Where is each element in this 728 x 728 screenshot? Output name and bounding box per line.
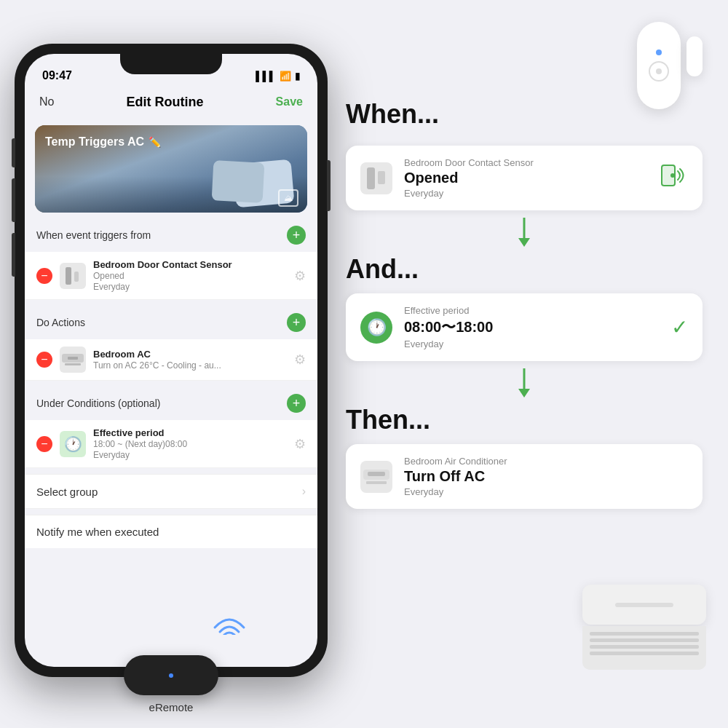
- action-detail: Turn on AC 26°C - Cooling - au...: [93, 360, 287, 371]
- then-heading: Then...: [346, 405, 703, 435]
- ac-vent-2: [590, 638, 699, 642]
- select-group-label: Select group: [36, 486, 98, 498]
- remove-condition-button[interactable]: −: [36, 436, 52, 452]
- svg-rect-1: [74, 272, 79, 282]
- condition-device-name: Effective period: [93, 427, 287, 438]
- when-heading: When...: [346, 99, 439, 130]
- svg-rect-6: [378, 171, 385, 184]
- condition-time: 18:00 ~ (Next day)08:00: [93, 439, 287, 449]
- add-trigger-button[interactable]: +: [287, 226, 306, 245]
- ac-main-body: [582, 585, 706, 625]
- ac-device-image: [582, 585, 706, 670]
- trigger-item-row[interactable]: − Bedroom Door Contact Sensor Opened Eve…: [25, 252, 317, 300]
- phone-power-button: [327, 160, 331, 211]
- add-condition-button[interactable]: +: [287, 394, 306, 413]
- sensor-led: [656, 50, 662, 55]
- divider-3: [25, 468, 317, 474]
- when-card-action: Opened: [404, 170, 649, 186]
- then-card-schedule: Everyday: [404, 486, 688, 497]
- and-card-action: 08:00〜18:00: [404, 317, 660, 337]
- notify-row: Notify me when executed: [25, 515, 317, 548]
- hero-title: Temp Triggers AC ✏️: [45, 135, 161, 149]
- when-card-device: Bedroom Door Contact Sensor: [404, 157, 649, 168]
- then-card-info: Bedroom Air Conditioner Turn Off AC Ever…: [404, 456, 688, 497]
- eremote-device: eRemote: [124, 655, 218, 713]
- and-heading: And...: [346, 254, 703, 285]
- svg-rect-16: [366, 481, 387, 484]
- condition-schedule: Everyday: [93, 450, 287, 460]
- and-card-info: Effective period 08:00〜18:00 Everyday: [404, 305, 660, 349]
- svg-rect-5: [367, 167, 375, 189]
- remove-trigger-button[interactable]: −: [36, 268, 52, 284]
- status-icons: ▌▌▌ 📶 ▮: [256, 71, 300, 82]
- conditions-header: Under Conditions (optional) +: [25, 387, 317, 420]
- door-sensor-device: [630, 22, 703, 131]
- when-section: When...: [346, 99, 439, 138]
- door-sensor-card-icon: [660, 164, 688, 192]
- ac-vents: [582, 626, 706, 661]
- trigger-device-name: Bedroom Door Contact Sensor: [93, 259, 287, 270]
- phone-mockup: 09:47 ▌▌▌ 📶 ▮ No Edit Routine Save: [15, 44, 328, 677]
- ac-display-line: [615, 603, 673, 607]
- then-card-action: Turn Off AC: [404, 468, 688, 485]
- phone-volume-down-button: [12, 233, 15, 277]
- door-sensor-icon: [60, 263, 86, 289]
- then-card: Bedroom Air Conditioner Turn Off AC Ever…: [346, 444, 703, 509]
- action-item-info: Bedroom AC Turn on AC 26°C - Cooling - a…: [93, 349, 287, 371]
- when-card: Bedroom Door Contact Sensor Opened Every…: [346, 146, 703, 210]
- conditions-label: Under Conditions (optional): [36, 397, 160, 409]
- when-card-schedule: Everyday: [404, 188, 649, 199]
- arrow-down-2: [346, 368, 703, 397]
- ac-vent-4: [590, 652, 699, 655]
- add-action-button[interactable]: +: [287, 313, 306, 332]
- divider-2: [25, 381, 317, 387]
- checkmark-icon: ✓: [671, 315, 688, 339]
- and-card-icon: 🕐: [360, 312, 392, 344]
- ac-icon: [60, 347, 86, 373]
- nav-bar: No Edit Routine Save: [25, 84, 317, 119]
- clock-icon: 🕐: [60, 431, 86, 457]
- ac-vent-3: [590, 645, 699, 649]
- action-item-row[interactable]: − Bedroom AC Turn on AC 26°C - Cooling -…: [25, 339, 317, 381]
- divider-1: [25, 300, 317, 306]
- when-card-info: Bedroom Door Contact Sensor Opened Every…: [404, 157, 649, 199]
- battery-icon: ▮: [295, 71, 300, 82]
- phone-volume-up-button: [12, 178, 15, 222]
- condition-item-info: Effective period 18:00 ~ (Next day)08:00…: [93, 427, 287, 460]
- right-panel: When... Bedroom Door Contact Sensor Open…: [346, 22, 703, 515]
- phone-mute-button: [12, 138, 15, 167]
- chevron-right-icon: ›: [302, 485, 306, 498]
- sensor-small-piece: [687, 36, 703, 76]
- nav-title: Edit Routine: [127, 95, 204, 110]
- action-settings-icon[interactable]: ⚙: [294, 352, 306, 368]
- phone-notch: [120, 54, 222, 74]
- when-section-header: When event triggers from +: [25, 218, 317, 252]
- then-card-icon: [360, 461, 392, 493]
- condition-item-row[interactable]: − 🕐 Effective period 18:00 ~ (Next day)0…: [25, 420, 317, 468]
- condition-settings-icon[interactable]: ⚙: [294, 436, 306, 452]
- when-label: When event triggers from: [36, 229, 151, 241]
- nav-save-button[interactable]: Save: [276, 95, 303, 108]
- and-card-device: Effective period: [404, 305, 660, 316]
- ac-vent-1: [590, 632, 699, 636]
- select-group-row[interactable]: Select group ›: [25, 474, 317, 509]
- do-actions-label: Do Actions: [36, 317, 85, 328]
- nav-back-button[interactable]: No: [39, 95, 54, 108]
- svg-marker-13: [518, 389, 530, 397]
- signal-icon: ▌▌▌: [256, 71, 276, 82]
- svg-rect-0: [66, 267, 71, 285]
- edit-icon: ✏️: [149, 136, 161, 148]
- eremote-label: eRemote: [124, 701, 218, 713]
- svg-rect-15: [368, 472, 385, 476]
- notify-label: Notify me when executed: [36, 526, 159, 538]
- sensor-inner-circle: [656, 68, 662, 74]
- then-card-device: Bedroom Air Conditioner: [404, 456, 688, 467]
- do-actions-header: Do Actions +: [25, 306, 317, 339]
- when-card-icon: [360, 162, 392, 194]
- action-device-name: Bedroom AC: [93, 349, 287, 360]
- trigger-settings-icon[interactable]: ⚙: [294, 268, 306, 284]
- phone-screen: 09:47 ▌▌▌ 📶 ▮ No Edit Routine Save: [25, 54, 317, 667]
- remove-action-button[interactable]: −: [36, 352, 52, 368]
- svg-rect-4: [68, 357, 78, 360]
- eremote-led: [169, 673, 173, 678]
